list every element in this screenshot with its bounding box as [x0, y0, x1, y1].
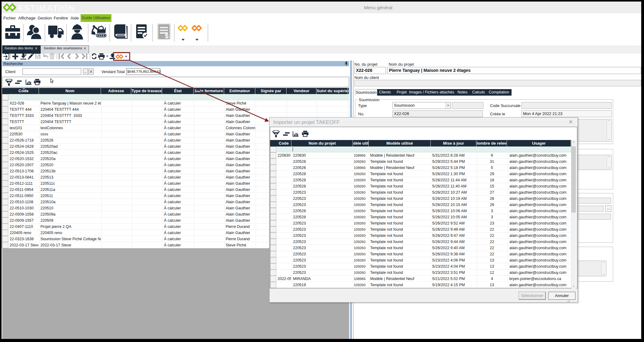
svg-text:$: $ — [165, 32, 169, 39]
